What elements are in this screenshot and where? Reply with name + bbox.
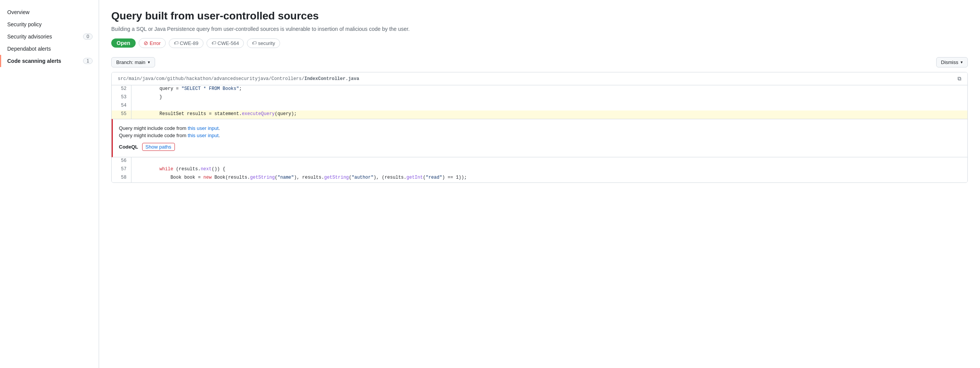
file-path: src/main/java/com/github/hackathon/advan… <box>118 76 359 82</box>
error-icon <box>144 40 148 46</box>
alert-title: Query built from user-controlled sources <box>111 9 968 23</box>
code-scanning-badge: 1 <box>83 58 93 64</box>
line-content-53: } <box>131 94 967 102</box>
tag-cwe89: 🏷 CWE-89 <box>169 38 203 48</box>
alert-message-2: Query might include code from this user … <box>119 133 961 138</box>
sidebar-item-security-advisories[interactable]: Security advisories 0 <box>0 30 99 43</box>
chevron-down-icon: ▾ <box>148 60 150 65</box>
branch-button[interactable]: Branch: main ▾ <box>111 57 155 67</box>
alert-link-2[interactable]: this user input <box>188 133 219 138</box>
alert-link-1[interactable]: this user input <box>188 125 219 131</box>
line-content-57: while (results.next()) { <box>131 166 967 174</box>
line-number-52: 52 <box>112 85 131 94</box>
line-content-58: Book book = new Book(results.getString("… <box>131 174 967 182</box>
tag-security: 🏷 security <box>247 38 280 48</box>
line-number-53: 53 <box>112 94 131 102</box>
toolbar-row: Branch: main ▾ Dismiss ▾ <box>111 57 968 67</box>
sidebar-item-dependabot-alerts[interactable]: Dependabot alerts <box>0 43 99 55</box>
copy-icon[interactable]: ⧉ <box>958 75 961 82</box>
code-line-55: 55 ResultSet results = statement.execute… <box>112 110 967 119</box>
error-label: Error <box>150 40 161 46</box>
line-number-58: 58 <box>112 174 131 182</box>
line-number-54: 54 <box>112 102 131 110</box>
sidebar-item-overview[interactable]: Overview <box>0 6 99 18</box>
sidebar-item-label: Security advisories <box>7 34 52 40</box>
dismiss-label: Dismiss <box>941 59 959 65</box>
line-content-56 <box>131 157 967 166</box>
line-number-57: 57 <box>112 166 131 174</box>
tag-icon: 🏷 <box>252 40 256 46</box>
alert-message-box: Query might include code from this user … <box>112 119 967 157</box>
tag-icon: 🏷 <box>174 40 178 46</box>
open-badge: Open <box>111 38 136 48</box>
line-content-55: ResultSet results = statement.executeQue… <box>131 110 967 119</box>
branch-label: Branch: main <box>116 59 146 65</box>
code-file-header: src/main/java/com/github/hackathon/advan… <box>112 72 967 85</box>
sidebar-item-label: Dependabot alerts <box>7 46 51 52</box>
sidebar-item-code-scanning-alerts[interactable]: Code scanning alerts 1 <box>0 55 99 67</box>
codeql-row: CodeQL Show paths <box>119 143 961 151</box>
code-line-58: 58 Book book = new Book(results.getStrin… <box>112 174 967 182</box>
sidebar: Overview Security policy Security adviso… <box>0 0 99 368</box>
line-number-56: 56 <box>112 157 131 166</box>
sidebar-item-security-policy[interactable]: Security policy <box>0 18 99 30</box>
alert-message-1: Query might include code from this user … <box>119 125 961 131</box>
show-paths-button[interactable]: Show paths <box>142 143 175 151</box>
line-content-52: query = "SELECT * FROM Books"; <box>131 85 967 94</box>
file-path-prefix: src/main/java/com/github/hackathon/advan… <box>118 76 304 82</box>
code-block-top: 52 query = "SELECT * FROM Books"; 53 } 5… <box>112 85 967 119</box>
badges-row: Open Error 🏷 CWE-89 🏷 CWE-564 🏷 security <box>111 38 968 48</box>
error-badge: Error <box>139 38 166 48</box>
code-line-54: 54 <box>112 102 967 110</box>
file-name: IndexController.java <box>304 76 359 82</box>
alert-description: Building a SQL or Java Persistence query… <box>111 26 968 32</box>
chevron-down-icon: ▾ <box>961 60 963 65</box>
code-line-57: 57 while (results.next()) { <box>112 166 967 174</box>
line-number-55: 55 <box>112 110 131 119</box>
code-line-52: 52 query = "SELECT * FROM Books"; <box>112 85 967 94</box>
code-block-bottom: 56 57 while (results.next()) { 58 Book b… <box>112 157 967 182</box>
code-container: src/main/java/com/github/hackathon/advan… <box>111 72 968 183</box>
sidebar-item-label: Security policy <box>7 21 42 27</box>
code-line-56: 56 <box>112 157 967 166</box>
tag-cwe564: 🏷 CWE-564 <box>207 38 244 48</box>
dismiss-button[interactable]: Dismiss ▾ <box>936 57 968 67</box>
tag-icon: 🏷 <box>211 40 216 46</box>
codeql-label: CodeQL <box>119 144 138 150</box>
sidebar-item-label: Overview <box>7 9 29 15</box>
security-advisories-badge: 0 <box>83 34 93 40</box>
main-content: Query built from user-controlled sources… <box>99 0 980 368</box>
code-line-53: 53 } <box>112 94 967 102</box>
sidebar-item-label: Code scanning alerts <box>7 58 61 64</box>
line-content-54 <box>131 102 967 110</box>
